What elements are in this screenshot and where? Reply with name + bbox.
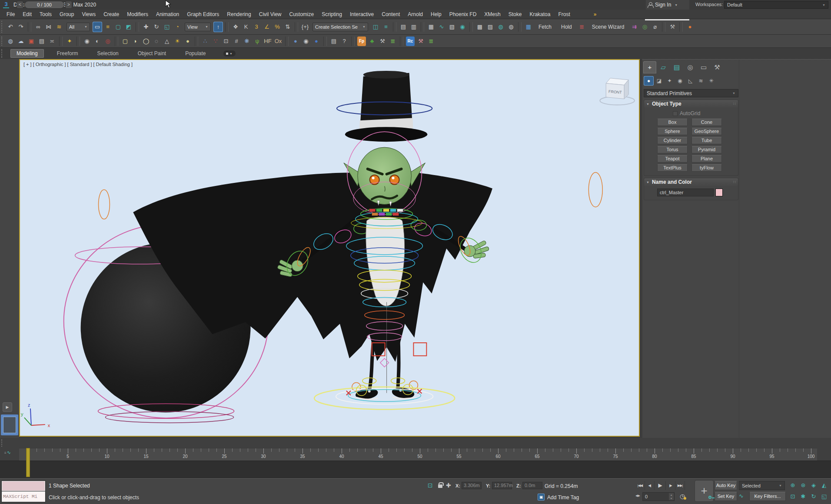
select-by-name-icon[interactable]: ≡ xyxy=(103,22,113,32)
rendered-frame-icon[interactable]: ▨ xyxy=(485,22,495,32)
pan-icon[interactable]: ✱ xyxy=(798,491,808,502)
name-color-rollout-header[interactable]: ▼ Name and Color ∷ xyxy=(644,178,738,186)
ribbon-tab-object-paint[interactable]: Object Paint xyxy=(132,49,172,58)
object-type-button-pyramid[interactable]: Pyramid xyxy=(691,146,722,153)
viewcube[interactable]: FRONT xyxy=(600,78,635,105)
zoom-icon[interactable]: ⊕ xyxy=(788,480,798,491)
forest-list-icon[interactable]: ≣ xyxy=(388,36,398,46)
spinner-snap-icon[interactable]: ⇅ xyxy=(283,22,293,32)
zoom-extents-icon[interactable]: ◈ xyxy=(808,480,819,491)
ribbon-toggle-icon[interactable]: ▦ xyxy=(426,22,436,32)
workspace-dropdown[interactable]: Default▼ xyxy=(724,1,828,9)
light-lister-icon[interactable]: ✦ xyxy=(65,36,74,46)
menu-item-edit[interactable]: Edit xyxy=(19,10,36,19)
set-keys-button[interactable]: + xyxy=(695,480,714,502)
goto-start-button[interactable]: |◀◀ xyxy=(635,481,645,490)
angle-snap-icon[interactable]: ∠ xyxy=(262,22,272,32)
railclone-icon[interactable]: Rc xyxy=(406,36,415,46)
maxscript-mini-listener[interactable]: MAXScript Mi xyxy=(2,491,45,502)
select-object-icon[interactable]: ▭ xyxy=(93,22,102,32)
object-type-button-torus[interactable]: Torus xyxy=(657,146,688,153)
rect-selection-icon[interactable]: ▢ xyxy=(113,22,123,32)
edit-named-sets-icon[interactable]: {+} xyxy=(300,22,310,32)
object-type-button-teapot[interactable]: Teapot xyxy=(657,155,688,162)
wire-color-icon[interactable]: ⇉ xyxy=(629,22,639,32)
scatter-icon[interactable]: ∴ xyxy=(200,36,210,46)
menu-item-graph-editors[interactable]: Graph Editors xyxy=(183,10,223,19)
keyboard-override-icon[interactable]: K xyxy=(241,22,251,32)
dome-light-icon[interactable]: ◗ xyxy=(131,36,140,46)
time-tag-cube-icon[interactable]: ▣ xyxy=(538,494,545,501)
forest-trees-icon[interactable]: ♣ xyxy=(367,36,377,46)
tab-utilities[interactable]: ⚒ xyxy=(711,61,724,73)
menu-item-xmesh[interactable]: XMesh xyxy=(480,10,504,19)
help-icon[interactable]: ? xyxy=(339,36,349,46)
object-type-button-cylinder[interactable]: Cylinder xyxy=(657,137,688,144)
zoom-all-icon[interactable]: ⊛ xyxy=(798,480,808,491)
object-type-rollout-header[interactable]: ▼ Object Type ∷ xyxy=(644,100,738,108)
menu-item-frost[interactable]: Frost xyxy=(554,10,574,19)
timeline-playhead[interactable] xyxy=(26,448,30,477)
object-name-field[interactable]: ctrl_Master xyxy=(657,189,714,196)
moon-icon[interactable]: ◐ xyxy=(93,36,102,46)
railclone-list-icon[interactable]: ≣ xyxy=(426,36,436,46)
forestpack-icon[interactable]: Fp xyxy=(357,36,366,46)
select-place-icon[interactable]: ◔ xyxy=(173,22,182,32)
camera-icon[interactable]: ◉ xyxy=(82,36,92,46)
category-systems[interactable]: ✳ xyxy=(706,76,716,86)
selection-set-dropdown[interactable]: Selected▼ xyxy=(739,481,785,490)
z-coordinate-field[interactable]: 0.0m xyxy=(522,482,542,489)
object-type-button-geosphere[interactable]: GeoSphere xyxy=(691,128,722,135)
mesh-light-icon[interactable]: ◌ xyxy=(152,36,161,46)
trackbar-mini-curve-icon[interactable]: ≡∿ xyxy=(4,450,11,455)
set-key-button[interactable]: Set Key xyxy=(715,492,737,501)
instances-icon[interactable]: ∵ xyxy=(211,36,220,46)
object-type-button-tyflow[interactable]: tyFlow xyxy=(691,164,722,172)
viewport-layout-tab[interactable] xyxy=(1,414,18,435)
next-frame-button[interactable]: > xyxy=(65,1,72,9)
forest-tools-icon[interactable]: ⚒ xyxy=(378,36,387,46)
ground-rig-rings[interactable] xyxy=(314,385,455,410)
pick-object-icon[interactable]: ◉ xyxy=(301,36,311,46)
batch-list-icon[interactable]: ▤ xyxy=(329,36,339,46)
scene-stack-icon[interactable]: ≣ xyxy=(577,22,587,32)
ribbon-drag-handle[interactable] xyxy=(1,49,2,58)
menu-item-stoke[interactable]: Stoke xyxy=(505,10,526,19)
curve-editor-icon[interactable]: ∿ xyxy=(437,22,446,32)
menu-item-tools[interactable]: Tools xyxy=(36,10,56,19)
viewport[interactable]: [ + ] [ Orthographic ] [ Standard ] [ De… xyxy=(19,59,640,437)
play-button[interactable]: ▶ xyxy=(655,481,666,490)
frame-helper-icon[interactable]: # xyxy=(232,36,241,46)
frame-ruler[interactable]: 0510152025303540455055606570758085909510… xyxy=(19,448,817,461)
menu-item-help[interactable]: Help xyxy=(427,10,445,19)
frame-step-icon[interactable]: ◀▶ xyxy=(635,494,640,497)
menu-item-group[interactable]: Group xyxy=(56,10,78,19)
prev-frame-button[interactable]: ◀| xyxy=(645,481,655,490)
expand-panel-button[interactable]: ▶ xyxy=(3,402,12,412)
cone-light-icon[interactable]: △ xyxy=(162,36,172,46)
blue-sphere-icon[interactable]: ● xyxy=(291,36,300,46)
bind-spacewarp-icon[interactable]: ≋ xyxy=(54,22,64,32)
next-frame-button[interactable]: |▶ xyxy=(666,481,675,490)
select-rotate-icon[interactable]: ↻ xyxy=(152,22,161,32)
autogrid-checkbox[interactable] xyxy=(673,111,678,116)
maxscript-mini-listener-pink[interactable] xyxy=(2,481,45,491)
object-type-button-plane[interactable]: Plane xyxy=(691,155,722,162)
transform-gizmo-icon[interactable]: ✚ xyxy=(446,482,451,489)
orbit-icon[interactable]: ↻ xyxy=(808,491,819,502)
percent-snap-icon[interactable]: % xyxy=(273,22,282,32)
vray-teapot-icon[interactable]: ◍ xyxy=(6,36,15,46)
hold-button[interactable]: Hold xyxy=(561,24,572,30)
menu-item-interactive[interactable]: Interactive xyxy=(346,10,378,19)
menu-item-file[interactable]: File xyxy=(3,10,19,19)
grass-icon[interactable]: ψ xyxy=(253,36,262,46)
settings-sliders-icon[interactable]: ≍ xyxy=(47,36,57,46)
selection-filter-dropdown[interactable]: All▼ xyxy=(66,23,90,31)
sun-light-icon[interactable]: ☀ xyxy=(173,36,182,46)
primitive-category-dropdown[interactable]: Standard Primitives▼ xyxy=(644,89,738,97)
cloud-icon[interactable]: ☁ xyxy=(16,36,26,46)
fetch-button[interactable]: Fetch xyxy=(538,24,552,30)
time-slider[interactable]: 0 / 100 xyxy=(24,1,64,9)
proxy-icon[interactable]: ⊡ xyxy=(221,36,231,46)
menu-item-scripting[interactable]: Scripting xyxy=(318,10,346,19)
